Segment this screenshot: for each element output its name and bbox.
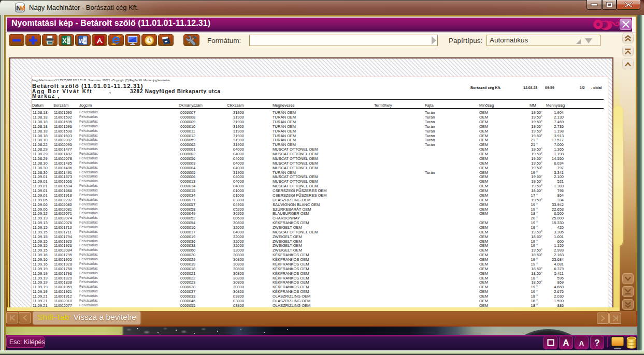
svg-text:M: M	[20, 4, 25, 12]
svg-text:W: W	[79, 38, 85, 44]
svg-text:X: X	[63, 37, 67, 45]
